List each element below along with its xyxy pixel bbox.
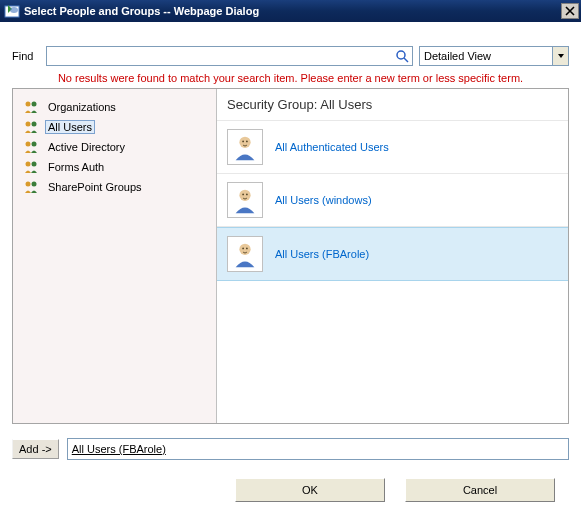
titlebar: Select People and Groups -- Webpage Dial…	[0, 0, 581, 22]
result-row[interactable]: All Users (windows)	[217, 174, 568, 227]
result-row[interactable]: All Users (FBArole)	[217, 227, 568, 281]
add-row: Add -> All Users (FBArole)	[12, 438, 569, 460]
svg-point-21	[242, 247, 244, 249]
view-select-value: Detailed View	[424, 50, 491, 62]
result-link[interactable]: All Users (FBArole)	[275, 248, 369, 260]
tree-item-organizations[interactable]: Organizations	[19, 97, 210, 117]
tree-item-label: All Users	[45, 120, 95, 134]
svg-point-10	[26, 162, 31, 167]
result-row[interactable]: All Authenticated Users	[217, 120, 568, 174]
tree-item-forms-auth[interactable]: Forms Auth	[19, 157, 210, 177]
tree-item-label: Active Directory	[45, 140, 128, 154]
group-icon	[23, 139, 39, 155]
cancel-button[interactable]: Cancel	[405, 478, 555, 502]
tree-pane: Organizations All Users	[13, 89, 217, 423]
search-icon[interactable]	[395, 49, 409, 63]
tree-item-label: SharePoint Groups	[45, 180, 145, 194]
svg-point-19	[246, 193, 248, 195]
add-button[interactable]: Add ->	[12, 439, 59, 459]
result-link[interactable]: All Users (windows)	[275, 194, 372, 206]
find-label: Find	[12, 50, 40, 62]
svg-line-3	[404, 58, 408, 62]
svg-point-8	[26, 142, 31, 147]
tree-item-all-users[interactable]: All Users	[19, 117, 210, 137]
user-icon	[227, 236, 263, 272]
main-panel: Organizations All Users	[12, 88, 569, 424]
svg-point-11	[32, 162, 37, 167]
selected-users-box[interactable]: All Users (FBArole)	[67, 438, 569, 460]
svg-point-7	[32, 122, 37, 127]
find-input-wrap	[46, 46, 413, 66]
svg-point-22	[246, 247, 248, 249]
tree-item-label: Organizations	[45, 100, 119, 114]
tree-item-sharepoint-groups[interactable]: SharePoint Groups	[19, 177, 210, 197]
app-icon	[4, 3, 20, 19]
error-message: No results were found to match your sear…	[12, 72, 569, 84]
tree-item-label: Forms Auth	[45, 160, 107, 174]
button-row: OK Cancel	[12, 478, 569, 502]
svg-point-16	[246, 140, 248, 142]
svg-point-4	[26, 102, 31, 107]
svg-point-13	[32, 182, 37, 187]
svg-point-18	[242, 193, 244, 195]
svg-point-6	[26, 122, 31, 127]
result-link[interactable]: All Authenticated Users	[275, 141, 389, 153]
titlebar-title: Select People and Groups -- Webpage Dial…	[24, 5, 561, 17]
search-input[interactable]	[47, 47, 412, 65]
chevron-down-icon	[552, 47, 568, 65]
svg-point-5	[32, 102, 37, 107]
svg-point-2	[397, 51, 405, 59]
selected-users-text: All Users (FBArole)	[72, 443, 166, 455]
results-header: Security Group: All Users	[217, 89, 568, 120]
group-icon	[23, 159, 39, 175]
group-icon	[23, 119, 39, 135]
svg-point-1	[10, 7, 18, 13]
svg-point-15	[242, 140, 244, 142]
user-icon	[227, 129, 263, 165]
group-icon	[23, 179, 39, 195]
view-select[interactable]: Detailed View	[419, 46, 569, 66]
results-pane: Security Group: All Users All Authentica…	[217, 89, 568, 423]
svg-point-12	[26, 182, 31, 187]
tree-item-active-directory[interactable]: Active Directory	[19, 137, 210, 157]
close-button[interactable]	[561, 3, 579, 19]
group-icon	[23, 99, 39, 115]
svg-point-9	[32, 142, 37, 147]
ok-button[interactable]: OK	[235, 478, 385, 502]
user-icon	[227, 182, 263, 218]
find-row: Find Detailed View	[12, 46, 569, 66]
